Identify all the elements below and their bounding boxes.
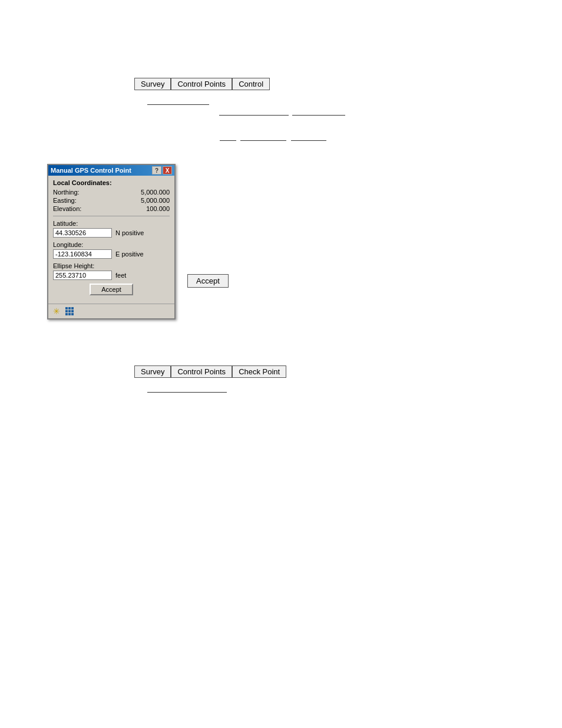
section2-nav: Survey Control Points Check Point [134,365,286,378]
dialog-accept-row: Accept [53,284,170,295]
elevation-row: Elevation: 100.000 [53,205,170,212]
nav-control-btn-1[interactable]: Control [232,78,270,90]
nav-control-points-btn-2[interactable]: Control Points [171,365,232,378]
standalone-accept-button[interactable]: Accept [187,274,229,288]
elevation-value: 100.000 [146,205,170,212]
latitude-label: Latitude: [53,220,170,227]
ellipse-input[interactable] [53,271,112,280]
underline-s1-1 [147,104,209,105]
underline-s1-3 [292,115,345,116]
northing-row: Northing: 5,000.000 [53,189,170,196]
divider-1 [53,216,170,216]
northing-label: Northing: [53,189,80,196]
northing-value: 5,000.000 [141,189,170,196]
nav-survey-btn-2[interactable]: Survey [134,365,171,378]
nav-control-points-btn-1[interactable]: Control Points [171,78,232,90]
local-coords-header: Local Coordinates: [53,179,170,186]
dialog-help-icon[interactable]: ? [152,166,161,174]
section1-nav: Survey Control Points Control [134,78,270,90]
star-icon[interactable]: ✳ [52,307,61,316]
latitude-input[interactable] [53,228,112,238]
ellipse-row: feet [53,271,170,280]
dialog-footer: ✳ [48,304,174,318]
longitude-input[interactable] [53,249,112,259]
latitude-hint: N positive [115,229,144,236]
nav-check-point-btn[interactable]: Check Point [232,365,286,378]
latitude-row: N positive [53,228,170,238]
gps-dialog: Manual GPS Control Point ? X Local Coord… [47,164,176,319]
dialog-close-icon[interactable]: X [163,166,172,174]
dialog-titlebar-icons: ? X [152,166,172,174]
easting-label: Easting: [53,197,77,204]
longitude-label: Longitude: [53,241,170,248]
easting-value: 5,000.000 [141,197,170,204]
grid-icon[interactable] [65,307,74,316]
easting-row: Easting: 5,000.000 [53,197,170,204]
longitude-hint: E positive [115,251,144,258]
underline-s2-1 [147,392,227,393]
longitude-row: E positive [53,249,170,259]
dialog-accept-button[interactable]: Accept [90,284,133,295]
underline-s1-6 [291,140,326,141]
dialog-body: Local Coordinates: Northing: 5,000.000 E… [48,176,174,304]
elevation-label: Elevation: [53,205,81,212]
underline-s1-2 [219,115,289,116]
ellipse-hint: feet [115,272,126,279]
dialog-titlebar: Manual GPS Control Point ? X [48,165,174,176]
dialog-title: Manual GPS Control Point [51,167,131,174]
ellipse-label: Ellipse Height: [53,262,170,269]
underline-s1-5 [240,140,286,141]
nav-survey-btn-1[interactable]: Survey [134,78,171,90]
underline-s1-4 [220,140,236,141]
